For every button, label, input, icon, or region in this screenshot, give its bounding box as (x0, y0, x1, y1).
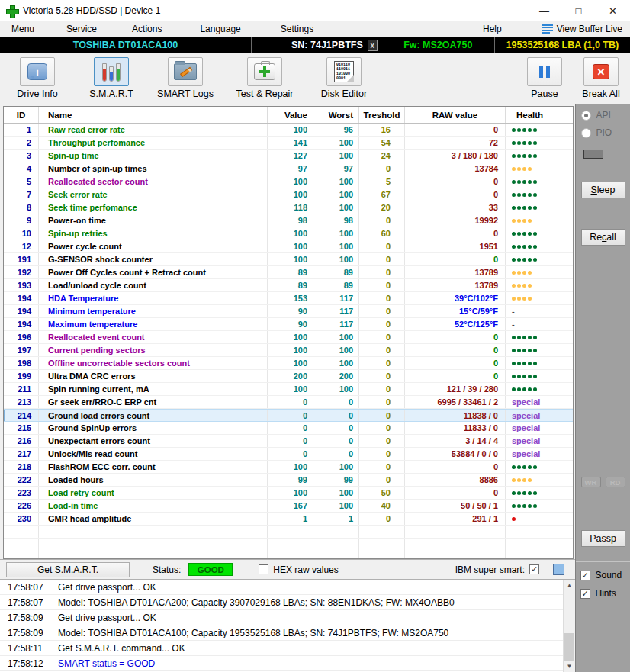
table-row[interactable]: 12Power cycle count10010001951 (4, 240, 573, 253)
log-entry[interactable]: 17:58:07Model: TOSHIBA DT01ACA200; Capac… (0, 595, 563, 610)
attribute-id: 10 (4, 227, 39, 240)
menu-item-service[interactable]: Service (61, 22, 102, 36)
attribute-worst: 89 (313, 279, 359, 291)
passp-button[interactable]: Passp (581, 530, 625, 547)
column-header-value[interactable]: Value (268, 107, 313, 123)
table-row[interactable]: 2Throughput perfomance1411005472 (4, 137, 573, 150)
rd-button[interactable]: RD (606, 477, 625, 487)
table-row[interactable]: 193Load/unload cycle count8989013789 (4, 279, 573, 292)
health-dot-icon (517, 297, 521, 301)
scroll-down-icon[interactable]: ▼ (564, 661, 575, 672)
wr-button[interactable]: WR (581, 477, 601, 487)
table-row[interactable]: 3Spin-up time127100243 / 180 / 180 (4, 150, 573, 162)
log-entry[interactable]: 17:58:11Get S.M.A.R.T. command... OK (0, 641, 563, 656)
table-row[interactable]: 5Reallocated sector count10010050 (4, 175, 573, 188)
table-row[interactable]: 226Load-in time1671004050 / 50 / 1 (4, 500, 573, 513)
menu-item-language[interactable]: Language (194, 22, 246, 36)
hints-checkbox[interactable]: ✓ (580, 589, 590, 599)
log-entry[interactable]: 17:58:07Get drive passport... OK (0, 580, 563, 595)
table-row[interactable]: 218FlashROM ECC corr. count10010000 (4, 461, 573, 474)
view-buffer-live-label: View Buffer Live (557, 24, 622, 34)
hints-checkbox-row[interactable]: ✓ Hints (580, 588, 626, 599)
column-header-treshold[interactable]: Treshold (359, 107, 405, 123)
view-buffer-live-button[interactable]: View Buffer Live (541, 22, 624, 36)
table-row[interactable]: 211Spin running current, mA1001000121 / … (4, 383, 573, 396)
maximize-button[interactable]: □ (561, 0, 596, 21)
drive-close-button[interactable]: x (368, 40, 378, 51)
table-row[interactable]: 215Ground SpinUp errors00011833 / 0speci… (4, 422, 573, 435)
log-scrollbar[interactable]: ▲ ▼ (563, 580, 575, 672)
minimize-button[interactable]: — (527, 0, 561, 21)
app-icon (6, 5, 18, 17)
table-row[interactable]: 8Seek time perfomance1181002033 (4, 201, 573, 214)
attribute-id: 213 (4, 396, 39, 408)
attribute-raw-value: 0 (405, 370, 506, 382)
column-header-id[interactable]: ID (4, 107, 39, 123)
table-row[interactable]: 191G-SENSOR shock counter10010000 (4, 253, 573, 266)
attribute-id: 199 (4, 370, 39, 382)
column-header-health[interactable]: Health (506, 107, 570, 123)
disk-editor-button[interactable]: 010110 110011 101000 0001 Disk Editor (313, 57, 375, 99)
scrollbar-thumb[interactable] (564, 633, 574, 661)
menu-item-menu[interactable]: Menu (6, 22, 40, 36)
column-header-name[interactable]: Name (39, 107, 268, 123)
menu-item-settings[interactable]: Settings (275, 22, 319, 36)
menu-item-actions[interactable]: Actions (127, 22, 167, 36)
pio-radio-row[interactable]: PIO (581, 127, 625, 138)
attribute-value: 99 (268, 474, 313, 486)
drive-model[interactable]: TOSHIBA DT01ACA100 (0, 37, 252, 53)
menu-item-help[interactable]: Help (477, 22, 507, 36)
table-row[interactable]: 217Unlock/Mis read count00053884 / 0 / 0… (4, 448, 573, 461)
api-radio-row[interactable]: API (581, 110, 625, 121)
ibm-color-swatch[interactable] (553, 564, 564, 575)
sound-checkbox-row[interactable]: ✓ Sound (580, 570, 626, 580)
table-row[interactable]: 192Power Off Cycles count + Retract coun… (4, 266, 573, 279)
table-row[interactable]: 4Number of spin-up times9797013784 (4, 162, 573, 175)
table-row[interactable]: 194HDA Temperature153117039°C/102°F (4, 292, 573, 305)
hex-raw-values-checkbox[interactable] (259, 564, 268, 574)
table-row[interactable]: 197Current pending sectors10010000 (4, 344, 573, 357)
table-row[interactable]: 222Loaded hours999908886 (4, 474, 573, 487)
break-all-button[interactable]: ✕ Break All (578, 57, 624, 99)
table-row[interactable]: 194Minimum temperature90117015°C/59°F- (4, 305, 573, 318)
sleep-button[interactable]: Sleep (581, 182, 625, 198)
attribute-health (506, 357, 570, 369)
sound-checkbox[interactable]: ✓ (580, 571, 590, 580)
table-row[interactable]: 223Load retry count100100500 (4, 487, 573, 500)
table-row[interactable]: 194Maximum temperature90117052°C/125°F- (4, 318, 573, 331)
test-repair-button[interactable]: Test & Repair (228, 57, 301, 99)
health-dot-icon (517, 232, 521, 236)
table-row[interactable]: 9Power-on time9898019992 (4, 214, 573, 227)
column-header-raw-value[interactable]: RAW value (405, 107, 506, 123)
pause-button[interactable]: Pause (522, 57, 567, 99)
close-button[interactable]: ✕ (596, 0, 630, 21)
table-row[interactable]: 7Seek error rate100100670 (4, 188, 573, 201)
log-entry[interactable]: 17:58:09Model: TOSHIBA DT01ACA100; Capac… (0, 625, 563, 641)
drive-info-button[interactable]: i Drive Info (6, 57, 69, 99)
api-radio[interactable] (581, 111, 591, 121)
attribute-id: 9 (4, 214, 39, 227)
table-row[interactable]: 230GMR head amplitude110291 / 1 (4, 513, 573, 526)
attribute-worst: 100 (313, 487, 359, 499)
table-row[interactable]: 196Reallocated event count10010000 (4, 331, 573, 344)
recall-button[interactable]: Recall (581, 229, 625, 246)
smart-logs-button[interactable]: SMART Logs (154, 57, 217, 99)
table-row[interactable]: 1Raw read error rate10096160 (4, 124, 573, 137)
table-row[interactable]: 216Unexpectant errors count0003 / 14 / 4… (4, 435, 573, 448)
log-entry[interactable]: 17:58:12SMART status = GOOD (0, 656, 563, 671)
column-header-worst[interactable]: Worst (313, 107, 359, 123)
pio-radio[interactable] (581, 128, 591, 138)
table-row[interactable]: 214Ground load errors count00011838 / 0s… (4, 409, 573, 422)
health-dot-icon (528, 154, 532, 158)
get-smart-button[interactable]: Get S.M.A.R.T. (6, 562, 130, 577)
scroll-up-icon[interactable]: ▲ (564, 580, 575, 591)
attribute-name: Loaded hours (39, 474, 268, 486)
table-row[interactable]: 198Offline uncorrectable sectors count10… (4, 357, 573, 370)
table-row[interactable]: 213Gr seek err/RRO-C ERP cnt0006995 / 33… (4, 396, 573, 409)
smart-button[interactable]: S.M.A.R.T (80, 57, 143, 99)
attribute-health: special (506, 422, 570, 434)
table-row[interactable]: 199Ultra DMA CRC errors20020000 (4, 370, 573, 383)
ibm-super-smart-checkbox[interactable]: ✓ (529, 564, 539, 574)
log-entry[interactable]: 17:58:09Get drive passport... OK (0, 610, 563, 625)
table-row[interactable]: 10Spin-up retries100100600 (4, 227, 573, 240)
